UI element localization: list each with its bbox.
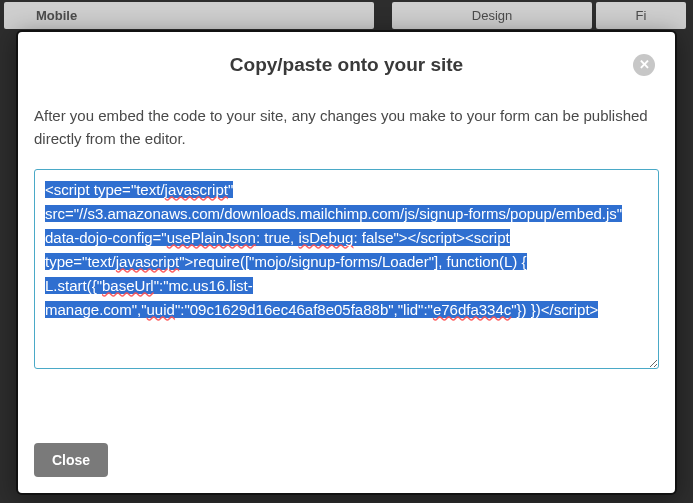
modal-title: Copy/paste onto your site [38, 54, 655, 76]
modal-footer: Close [18, 433, 675, 493]
modal-body: After you embed the code to your site, a… [18, 76, 675, 433]
embed-code-modal: Copy/paste onto your site ✕ After you em… [16, 30, 677, 495]
modal-header: Copy/paste onto your site ✕ [18, 32, 675, 76]
embed-code-textarea[interactable]: <script type="text/javascript" src="//s3… [34, 169, 659, 369]
close-button[interactable]: Close [34, 443, 108, 477]
close-icon[interactable]: ✕ [633, 54, 655, 76]
instructions-text: After you embed the code to your site, a… [34, 104, 659, 151]
